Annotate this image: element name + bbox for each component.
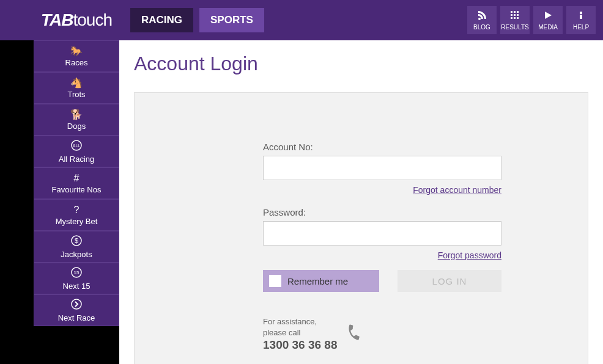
svg-rect-3 xyxy=(511,14,512,16)
sidebar-item-label: Mystery Bet xyxy=(56,217,98,226)
next-icon xyxy=(71,299,82,312)
dog-icon: 🐕 xyxy=(70,109,83,120)
sidebar-item-label: Favourite Nos xyxy=(52,185,102,194)
sidebar-item-label: Next Race xyxy=(58,313,95,322)
password-label: Password: xyxy=(263,207,501,217)
svg-rect-0 xyxy=(511,11,512,13)
header-right: BLOG RESULTS MEDIA HELP xyxy=(467,6,596,34)
assist-line2: please call xyxy=(263,327,338,338)
media-label: MEDIA xyxy=(538,24,558,31)
sidebar-item-races[interactable]: 🐎 Races xyxy=(34,40,119,72)
login-form-panel: Account No: Forgot account number Passwo… xyxy=(134,92,588,364)
logo[interactable]: TABtouch xyxy=(41,10,112,30)
sidebar-item-label: Races xyxy=(65,58,88,67)
sidebar-item-trots[interactable]: 🐴 Trots xyxy=(34,72,119,104)
svg-rect-6 xyxy=(511,17,512,19)
sidebar-item-all-racing[interactable]: ALL All Racing xyxy=(34,136,119,167)
forgot-account-link[interactable]: Forgot account number xyxy=(413,185,501,195)
svg-rect-8 xyxy=(517,17,519,19)
sidebar-item-mystery-bet[interactable]: ? Mystery Bet xyxy=(34,199,119,231)
sidebar: 🐎 Races 🐴 Trots 🐕 Dogs ALL All Racing # … xyxy=(34,40,119,364)
page-title: Account Login xyxy=(134,53,588,75)
results-icon xyxy=(510,10,520,23)
svg-rect-4 xyxy=(514,14,516,16)
question-icon: ? xyxy=(74,205,80,216)
n15-icon: 15 xyxy=(71,267,82,280)
all-icon: ALL xyxy=(71,140,82,153)
svg-text:$: $ xyxy=(75,237,78,244)
logo-light: touch xyxy=(73,10,112,29)
account-group: Account No: Forgot account number xyxy=(263,142,501,180)
sidebar-item-next-15[interactable]: 15 Next 15 xyxy=(34,263,119,294)
remember-label: Remember me xyxy=(287,276,348,286)
media-button[interactable]: MEDIA xyxy=(533,6,563,34)
tab-racing[interactable]: RACING xyxy=(130,8,193,32)
play-icon xyxy=(543,10,553,23)
svg-rect-1 xyxy=(514,11,516,13)
assist-line1: For assistance, xyxy=(263,316,338,327)
blog-icon xyxy=(477,10,487,23)
logo-bold: TAB xyxy=(41,10,73,29)
results-label: RESULTS xyxy=(501,24,528,31)
sidebar-item-label: Jackpots xyxy=(61,250,92,259)
blog-button[interactable]: BLOG xyxy=(467,6,497,34)
nav-tabs: RACING SPORTS xyxy=(130,8,264,32)
sidebar-item-favourite-nos[interactable]: # Favourite Nos xyxy=(34,167,119,199)
sidebar-item-label: All Racing xyxy=(59,155,95,164)
remember-checkbox[interactable] xyxy=(269,275,281,287)
results-button[interactable]: RESULTS xyxy=(500,6,530,34)
horse-icon: 🐎 xyxy=(70,45,83,57)
assistance-block: For assistance, please call 1300 36 36 8… xyxy=(263,316,563,352)
main-content: Account Login Account No: Forgot account… xyxy=(119,40,603,364)
svg-rect-9 xyxy=(580,12,582,14)
help-button[interactable]: HELP xyxy=(566,6,596,34)
trot-icon: 🐴 xyxy=(70,77,83,89)
top-header: TABtouch RACING SPORTS BLOG RESULTS MEDI… xyxy=(0,0,603,40)
sidebar-item-dogs[interactable]: 🐕 Dogs xyxy=(34,104,119,136)
sidebar-item-jackpots[interactable]: $ Jackpots xyxy=(34,231,119,263)
password-input[interactable] xyxy=(263,221,501,246)
svg-point-17 xyxy=(72,299,81,309)
sidebar-item-next-race[interactable]: Next Race xyxy=(34,294,119,326)
phone-icon xyxy=(342,322,364,347)
sidebar-item-label: Next 15 xyxy=(63,282,91,291)
tab-sports[interactable]: SPORTS xyxy=(199,8,264,32)
blog-label: BLOG xyxy=(473,24,490,31)
action-row: Remember me LOG IN xyxy=(263,270,501,292)
help-label: HELP xyxy=(573,24,589,31)
svg-rect-2 xyxy=(517,11,519,13)
password-group: Password: Forgot password xyxy=(263,207,501,246)
dollar-icon: $ xyxy=(71,235,82,249)
forgot-password-link[interactable]: Forgot password xyxy=(438,250,501,260)
svg-rect-7 xyxy=(514,17,516,19)
login-button[interactable]: LOG IN xyxy=(398,270,501,292)
svg-rect-5 xyxy=(517,14,519,16)
remember-me-toggle[interactable]: Remember me xyxy=(263,270,379,292)
info-icon xyxy=(576,10,586,23)
hash-icon: # xyxy=(74,173,80,184)
sidebar-item-label: Dogs xyxy=(67,122,86,131)
container: 🐎 Races 🐴 Trots 🐕 Dogs ALL All Racing # … xyxy=(0,40,603,364)
sidebar-item-label: Trots xyxy=(67,90,85,99)
account-label: Account No: xyxy=(263,142,501,152)
svg-text:ALL: ALL xyxy=(73,144,81,148)
assist-phone: 1300 36 36 88 xyxy=(263,338,338,352)
svg-text:15: 15 xyxy=(74,270,80,275)
svg-rect-10 xyxy=(580,15,582,19)
account-input[interactable] xyxy=(263,156,501,180)
